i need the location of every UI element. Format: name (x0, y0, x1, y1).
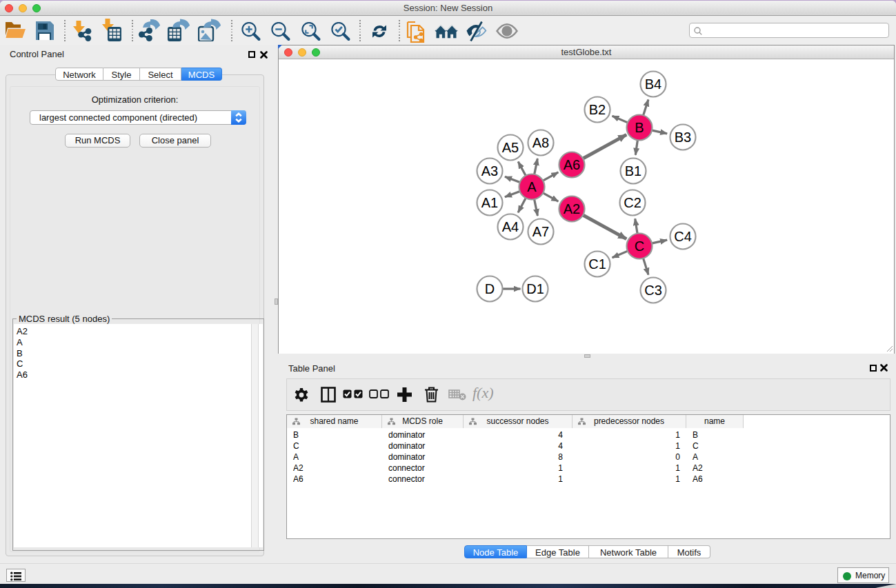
svg-text:A6: A6 (564, 157, 580, 172)
svg-text:C4: C4 (674, 229, 692, 244)
svg-text:C2: C2 (624, 195, 641, 210)
svg-text:D: D (485, 281, 495, 296)
svg-text:A8: A8 (532, 135, 549, 150)
svg-text:B3: B3 (675, 130, 691, 145)
svg-text:D1: D1 (526, 281, 544, 296)
svg-text:C3: C3 (644, 283, 662, 298)
svg-text:C: C (635, 239, 644, 254)
svg-text:A5: A5 (502, 140, 519, 155)
svg-text:A1: A1 (481, 195, 498, 210)
svg-text:B4: B4 (645, 77, 661, 92)
svg-text:A: A (527, 179, 537, 194)
svg-text:C1: C1 (588, 256, 606, 272)
svg-text:B2: B2 (589, 102, 606, 117)
svg-text:A4: A4 (502, 219, 519, 234)
svg-text:B: B (635, 120, 644, 135)
svg-text:A3: A3 (481, 163, 498, 179)
svg-text:B1: B1 (625, 163, 641, 179)
svg-text:A7: A7 (532, 224, 549, 239)
svg-text:A2: A2 (564, 201, 580, 216)
